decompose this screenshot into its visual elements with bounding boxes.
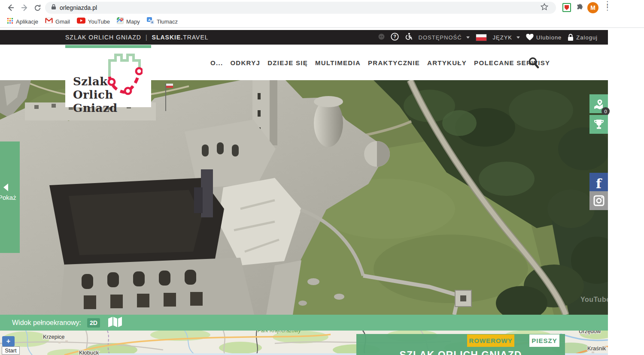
facebook-icon: f [596, 178, 601, 190]
contrast-icon[interactable] [378, 33, 385, 42]
lock-icon [51, 4, 56, 12]
nav-item-multimedia[interactable]: MULTIMEDIA [315, 59, 361, 66]
refresh-button[interactable] [32, 2, 43, 13]
youtube-watermark: YouTube [580, 296, 611, 304]
heart-icon [526, 34, 534, 41]
map-label-urzedow: Urzędów [579, 331, 601, 334]
bookmark-star-icon[interactable] [541, 3, 548, 12]
title-separator: | [146, 34, 148, 41]
collapse-left-icon [3, 184, 8, 191]
maps-icon [117, 17, 124, 26]
chevron-down-icon [466, 36, 470, 39]
forward-button[interactable] [19, 2, 30, 13]
accessibility-wheelchair-icon[interactable] [405, 33, 413, 42]
bookmark-apps[interactable]: Aplikacje [7, 18, 38, 26]
walk-route-button[interactable]: PIESZY [529, 334, 559, 347]
route-panel: ROWEROWY PIESZY SZLAK ORLICH GNIAZD [356, 334, 565, 355]
site-logo[interactable]: Szlak Orlich Gniazd [65, 45, 151, 107]
extension-shield-icon[interactable] [562, 3, 571, 12]
logo-text: Szlak Orlich Gniazd [73, 75, 151, 115]
nav-item-dzieje-sie[interactable]: DZIEJE SIĘ [267, 59, 308, 66]
browser-menu-icon[interactable]: ⋮⋮ [604, 3, 611, 9]
bookmark-youtube[interactable]: YouTube [77, 18, 110, 25]
chevron-down-icon [516, 36, 520, 39]
browser-toolbar: orlegniazda.pl M ⋮⋮ [0, 0, 644, 15]
fullscreen-map-icon[interactable] [108, 317, 122, 329]
chrome-divider [0, 27, 644, 28]
bookmark-translate[interactable]: Aa Tłumacz [147, 17, 178, 26]
map-label-klobuck: Kłobuck [79, 349, 99, 355]
profile-avatar[interactable]: M [587, 2, 598, 13]
mode-2d-button[interactable]: 2D [87, 318, 100, 328]
login-link[interactable]: Zaloguj [568, 34, 598, 41]
youtube-icon [77, 18, 85, 25]
facebook-button[interactable]: f [589, 173, 608, 192]
bike-route-button[interactable]: ROWEROWY [467, 334, 514, 347]
fullscreen-label: Widok pełnoekranowy: [12, 319, 81, 327]
trophy-icon [593, 119, 605, 130]
gmail-icon [45, 18, 53, 25]
trophy-button[interactable] [589, 115, 608, 134]
svg-text:a: a [151, 21, 153, 24]
fullscreen-bar: Widok pełnoekranowy: 2D [0, 315, 608, 331]
map-start-tooltip: Start [2, 346, 20, 355]
hero-video[interactable] [0, 80, 608, 315]
map-zoom-in-button[interactable]: + [2, 336, 15, 346]
instagram-button[interactable] [589, 191, 608, 210]
help-icon[interactable]: ? [391, 33, 399, 42]
search-icon[interactable] [528, 57, 540, 70]
instagram-icon [593, 195, 605, 206]
site-top-bar: SZLAK ORLICH GNIAZD | SLASKIE.TRAVEL ? D… [0, 30, 608, 45]
map-label-park: Park Krajobrazowy [258, 331, 301, 334]
nav-item-odkryj[interactable]: ODKRYJ [230, 59, 260, 66]
extensions-puzzle-icon[interactable] [574, 2, 586, 13]
map-label-krzepice: Krzepice [43, 334, 65, 340]
bookmark-maps[interactable]: Mapy [117, 17, 140, 26]
bookmarks-bar: Aplikacje Gmail YouTube Mapy Aa Tłumacz [0, 15, 644, 27]
translate-icon: Aa [147, 17, 154, 26]
slaskie-travel-link[interactable]: SLASKIE.TRAVEL [152, 34, 209, 41]
map-label-krasnik: Kraśnik [587, 345, 606, 352]
accessibility-dropdown[interactable]: DOSTĘPNOŚĆ [419, 34, 470, 41]
polish-flag-icon[interactable] [476, 34, 487, 41]
nav-item-praktycznie[interactable]: PRAKTYCZNIE [368, 59, 420, 66]
trip-map-button[interactable]: 0 [589, 94, 608, 113]
lock-icon [568, 34, 574, 41]
bookmark-gmail[interactable]: Gmail [45, 18, 70, 25]
show-panel-toggle[interactable]: Pokaż [0, 141, 20, 253]
url-text: orlegniazda.pl [60, 4, 97, 11]
nav-item-o[interactable]: O... [210, 59, 223, 66]
svg-text:?: ? [393, 34, 396, 39]
route-panel-title: SZLAK ORLICH GNIAZD [356, 349, 565, 355]
back-button[interactable] [5, 2, 16, 13]
site-top-title[interactable]: SZLAK ORLICH GNIAZD [65, 34, 141, 41]
language-dropdown[interactable]: JĘZYK [493, 34, 520, 41]
logo-green-strip [65, 45, 151, 48]
main-navigation: O... ODKRYJ DZIEJE SIĘ MULTIMEDIA PRAKTY… [210, 59, 550, 66]
show-panel-label: Pokaż [0, 194, 16, 201]
favorites-link[interactable]: Ulubione [526, 34, 562, 41]
address-bar[interactable]: orlegniazda.pl [45, 2, 556, 14]
apps-grid-icon [7, 18, 13, 26]
nav-item-artykuly[interactable]: ARTYKUŁY [427, 59, 467, 66]
trip-count-badge: 0 [601, 107, 610, 115]
